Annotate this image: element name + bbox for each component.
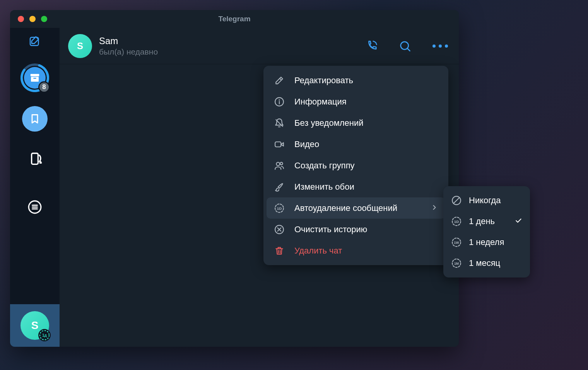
compose-button[interactable] (28, 35, 41, 48)
timer-1d-icon: 1D (451, 216, 462, 226)
clear-icon (273, 224, 285, 235)
app-window: Telegram (10, 10, 459, 347)
submenu-label: 1 неделя (469, 237, 522, 247)
menu-label: Информация (294, 97, 438, 107)
svg-rect-3 (31, 74, 39, 76)
menu-label: Без уведомлений (294, 118, 438, 128)
archive-badge: 8 (38, 81, 50, 93)
svg-point-17 (279, 99, 279, 100)
timer-icon: 1D (273, 203, 285, 213)
maximize-window-button[interactable] (41, 16, 47, 22)
call-button[interactable] (366, 40, 378, 52)
menu-item-clear-history[interactable]: Очистить историю (263, 219, 448, 240)
submenu-item-never[interactable]: Никогда (443, 190, 530, 211)
saved-messages-button[interactable] (22, 106, 48, 132)
menu-label: Видео (294, 139, 438, 149)
svg-rect-19 (275, 142, 281, 147)
titlebar: Telegram (10, 10, 459, 28)
svg-text:1д: 1д (42, 333, 47, 337)
context-menu: Редактировать Информация Без уведомлений… (263, 66, 448, 265)
chat-header-text[interactable]: Sam был(а) недавно (99, 36, 366, 57)
chat-folders-button[interactable] (26, 198, 44, 216)
compose-icon (29, 35, 41, 48)
submenu-label: Никогда (469, 195, 522, 206)
window-title: Telegram (218, 15, 250, 23)
video-icon (273, 139, 285, 149)
svg-text:1W: 1W (454, 241, 460, 245)
menu-item-mute[interactable]: Без уведомлений (263, 112, 448, 134)
svg-text:1M: 1M (454, 262, 459, 266)
svg-rect-6 (32, 153, 38, 164)
svg-point-20 (276, 162, 280, 166)
submenu-item-1month[interactable]: 1M 1 месяц (443, 253, 530, 274)
sidebar-chat-item[interactable]: S 1д (10, 304, 60, 347)
menu-item-delete-chat[interactable]: Удалить чат (263, 240, 448, 261)
svg-text:1D: 1D (277, 206, 282, 211)
trash-icon (273, 246, 285, 256)
bookmark-icon (29, 113, 40, 124)
brush-icon (273, 182, 285, 192)
svg-rect-4 (31, 77, 39, 82)
submenu-item-1day[interactable]: 1D 1 день (443, 211, 530, 232)
header-actions (366, 40, 448, 52)
autodelete-badge: 1д (38, 329, 51, 341)
submenu-label: 1 месяц (469, 258, 522, 268)
menu-item-create-group[interactable]: Создать группу (263, 155, 448, 176)
more-button[interactable] (432, 45, 448, 48)
minimize-window-button[interactable] (29, 16, 36, 22)
menu-item-autodelete[interactable]: 1D Автоудаление сообщений (267, 197, 445, 219)
chat-avatar[interactable]: S (68, 34, 92, 58)
info-icon (273, 97, 285, 107)
menu-item-video[interactable]: Видео (263, 134, 448, 155)
close-window-button[interactable] (18, 16, 24, 22)
phone-icon (366, 40, 378, 52)
svg-rect-5 (33, 78, 36, 79)
linked-devices-button[interactable] (26, 150, 44, 168)
window-controls (10, 16, 47, 22)
mute-icon (273, 118, 285, 128)
menu-item-edit[interactable]: Редактировать (263, 70, 448, 91)
never-icon (451, 195, 462, 206)
avatar-letter: S (31, 319, 39, 332)
menu-label: Редактировать (294, 75, 438, 86)
chat-name: Sam (99, 36, 366, 46)
archive-icon (29, 72, 41, 84)
menu-label: Создать группу (294, 161, 438, 171)
chat-header: S Sam был(а) недавно (60, 28, 459, 64)
chat-status: был(а) недавно (99, 47, 366, 57)
search-chat-button[interactable] (399, 40, 411, 52)
sidebar: 8 (10, 28, 60, 347)
avatar-letter: S (77, 41, 83, 51)
menu-label: Автоудаление сообщений (294, 203, 421, 213)
svg-line-14 (407, 48, 410, 51)
archive-button[interactable]: 8 (21, 63, 49, 92)
chat-avatar-small: S 1д (21, 311, 49, 340)
timer-1w-icon: 1W (451, 237, 462, 247)
more-icon (432, 45, 448, 48)
group-icon (273, 161, 285, 171)
list-icon (27, 200, 42, 214)
menu-item-info[interactable]: Информация (263, 91, 448, 112)
search-icon (399, 40, 411, 52)
submenu-label: 1 день (469, 216, 508, 226)
menu-label: Очистить историю (294, 224, 438, 235)
edit-icon (273, 75, 285, 86)
svg-point-21 (280, 162, 283, 165)
check-icon (514, 217, 522, 226)
autodelete-submenu: Никогда 1D 1 день 1W 1 неделя 1M 1 месяц (443, 186, 530, 278)
chevron-right-icon (431, 204, 438, 213)
menu-label: Удалить чат (294, 246, 438, 256)
submenu-item-1week[interactable]: 1W 1 неделя (443, 232, 530, 253)
menu-item-wallpaper[interactable]: Изменить обои (263, 176, 448, 197)
svg-line-30 (453, 197, 459, 203)
timer-1m-icon: 1M (451, 258, 462, 268)
svg-text:1D: 1D (454, 219, 459, 224)
menu-label: Изменить обои (294, 182, 438, 192)
phone-sync-icon (27, 151, 43, 167)
